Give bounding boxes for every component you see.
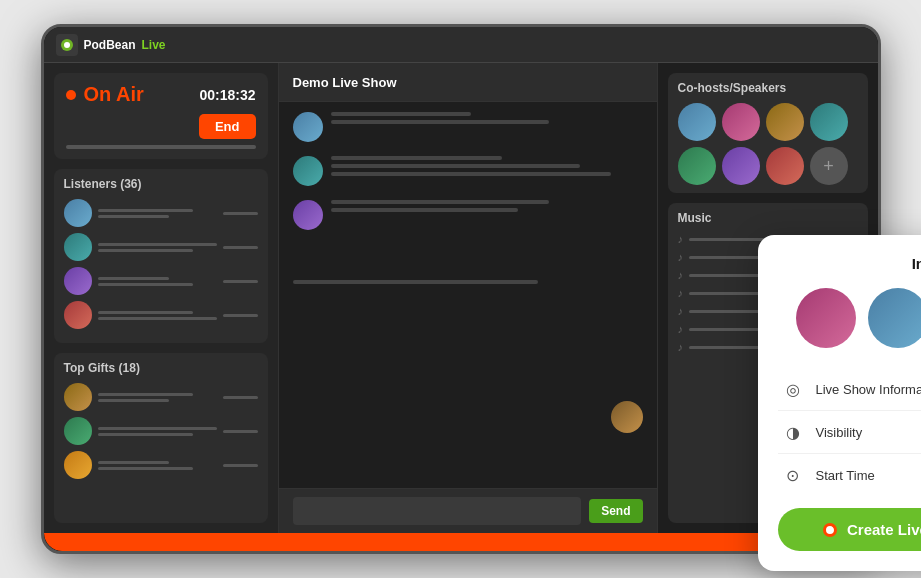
bar [98, 317, 217, 320]
live-show-info-item[interactable]: ◎ Live Show Information [778, 368, 922, 411]
live-show-info-label: Live Show Information [816, 382, 922, 397]
avatar [64, 417, 92, 445]
device-inner: PodBean Live On Air 00:18:32 End [44, 27, 878, 551]
top-gifts-panel: Top Gifts (18) [54, 353, 268, 523]
end-button[interactable]: End [199, 114, 256, 139]
cohost-avatar [722, 103, 760, 141]
bar [98, 427, 217, 430]
music-note-icon: ♪ [678, 341, 684, 353]
msg-line [331, 120, 549, 124]
bar [98, 249, 193, 252]
avatar [64, 383, 92, 411]
add-cohost-button[interactable]: + [810, 147, 848, 185]
msg-line [331, 164, 581, 168]
bar [98, 209, 193, 212]
top-gifts-title: Top Gifts (18) [64, 361, 258, 375]
listener-bars [98, 393, 217, 402]
visibility-label: Visibility [816, 425, 863, 440]
bar [98, 243, 217, 246]
bar [98, 399, 169, 402]
msg-line [331, 112, 471, 116]
list-item [64, 233, 258, 261]
live-show-info-icon: ◎ [782, 378, 804, 400]
on-air-section: On Air 00:18:32 End [54, 73, 268, 159]
cohosts-grid: + [678, 103, 858, 185]
chat-message [293, 200, 643, 230]
start-time-label: Start Time [816, 468, 875, 483]
timer-display: 00:18:32 [199, 87, 255, 103]
value-bar [223, 396, 258, 399]
send-button[interactable]: Send [589, 499, 642, 523]
bar [98, 467, 193, 470]
list-item [64, 267, 258, 295]
visibility-item[interactable]: ◑ Visibility [778, 411, 922, 454]
on-air-dot [66, 90, 76, 100]
msg-line [331, 208, 518, 212]
svg-point-1 [64, 42, 70, 48]
chat-header: Demo Live Show [279, 63, 657, 102]
music-note-icon: ♪ [678, 269, 684, 281]
msg-line [331, 200, 549, 204]
start-time-item[interactable]: ⊙ Start Time [778, 454, 922, 496]
chat-content [331, 112, 643, 128]
bar [98, 433, 193, 436]
msg-line [293, 280, 538, 284]
cohosts-section: Co-hosts/Speakers + [668, 73, 868, 193]
logo-brand-text: PodBean [84, 38, 136, 52]
chat-input[interactable] [293, 497, 582, 525]
bar [98, 215, 169, 218]
value-bar [223, 314, 258, 317]
create-live-show-button[interactable]: Create Live Show [778, 508, 922, 551]
logo-icon [56, 34, 78, 56]
bar [98, 277, 169, 280]
listeners-panel: Listeners (36) [54, 169, 268, 343]
start-time-icon: ⊙ [782, 464, 804, 486]
list-item [64, 301, 258, 329]
avatar [64, 301, 92, 329]
avatar [64, 267, 92, 295]
music-note-icon: ♪ [678, 287, 684, 299]
cohost-avatar [678, 147, 716, 185]
value-bar [223, 430, 258, 433]
bar [98, 461, 169, 464]
chat-title: Demo Live Show [293, 75, 397, 90]
cohosts-title: Co-hosts/Speakers [678, 81, 858, 95]
cohost-avatar [766, 103, 804, 141]
music-note-icon: ♪ [678, 233, 684, 245]
music-note-icon: ♪ [678, 251, 684, 263]
popup-avatars [778, 288, 922, 348]
top-bar: PodBean Live [44, 27, 878, 63]
avatar [64, 451, 92, 479]
music-title: Music [678, 211, 858, 225]
visibility-icon: ◑ [782, 421, 804, 443]
avatar [64, 233, 92, 261]
chat-messages [279, 102, 657, 488]
on-air-label: On Air [84, 83, 192, 106]
logo-live-text: Live [142, 38, 166, 52]
invite-cohosts-popup: Invite co-hosts ◎ Live Show Information … [758, 235, 922, 571]
bar [98, 283, 193, 286]
popup-title: Invite co-hosts [778, 255, 922, 272]
listener-bars [98, 277, 217, 286]
cohost-avatar [766, 147, 804, 185]
value-bar [223, 246, 258, 249]
chat-avatar [293, 112, 323, 142]
bar [98, 393, 193, 396]
list-item [64, 199, 258, 227]
cohost-invite-avatar [868, 288, 922, 348]
cohost-avatar [722, 147, 760, 185]
floating-chat-avatar [611, 401, 643, 433]
chat-input-row: Send [279, 488, 657, 533]
listener-bars [98, 427, 217, 436]
listener-bars [98, 311, 217, 320]
list-item [64, 383, 258, 411]
chat-avatar [293, 200, 323, 230]
main-content: On Air 00:18:32 End Listeners (36) [44, 63, 878, 533]
value-bar [223, 280, 258, 283]
chat-message [293, 112, 643, 142]
listener-bars [98, 461, 217, 470]
chat-section: Demo Live Show [279, 63, 658, 533]
left-sidebar: On Air 00:18:32 End Listeners (36) [44, 63, 279, 533]
logo-area: PodBean Live [56, 34, 166, 56]
chat-content [331, 200, 643, 216]
